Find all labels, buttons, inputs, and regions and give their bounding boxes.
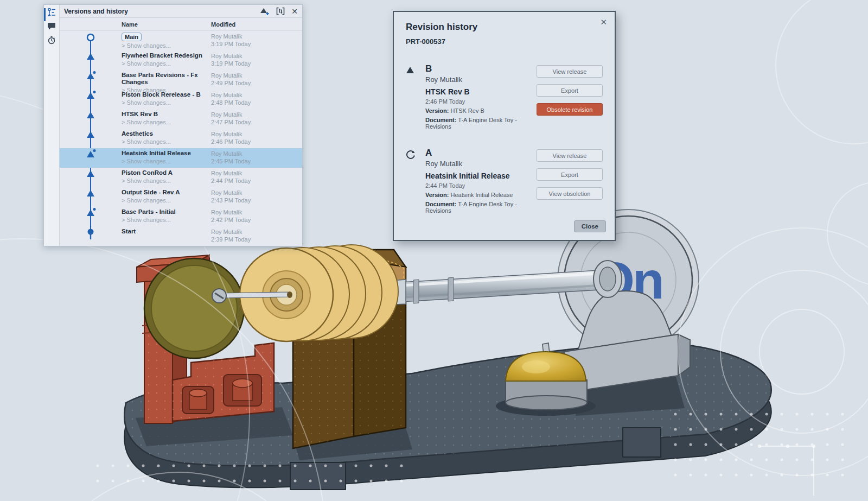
author: Roy Mutalik	[211, 189, 302, 196]
show-changes-link[interactable]: > Show changes...	[122, 217, 211, 224]
revision-letter: B	[425, 64, 537, 74]
start-node-icon	[85, 226, 96, 246]
revision-author: Roy Mutalik	[425, 75, 537, 84]
version-name: Base Parts Revisions - Fx Changes	[122, 72, 211, 86]
show-changes-link[interactable]: > Show changes...	[122, 177, 211, 185]
revision-version-row: Version: Heatsink Initial Release	[425, 192, 537, 198]
version-node-icon	[85, 129, 96, 148]
tree-cell	[60, 168, 122, 187]
version-name: Base Parts - Initial	[122, 208, 211, 215]
modified-cell: Roy Mutalik2:43 PM Today	[211, 187, 302, 204]
export-button[interactable]: Export	[537, 84, 603, 97]
version-dot-node-icon	[85, 70, 96, 90]
modified-time: 2:42 PM Today	[211, 216, 302, 224]
show-changes-link[interactable]: > Show changes...	[122, 42, 211, 49]
version-row[interactable]: Heatsink Initial Release> Show changes..…	[60, 148, 302, 168]
version-row[interactable]: Piston Block Rerelease - B> Show changes…	[60, 90, 302, 109]
modified-time: 2:45 PM Today	[211, 157, 302, 165]
dialog-close-icon[interactable]: ✕	[600, 17, 607, 27]
tree-cell	[60, 90, 122, 109]
version-node-icon	[85, 168, 96, 187]
revision-time: 2:46 PM Today	[425, 98, 537, 105]
modified-cell: Roy Mutalik2:47 PM Today	[211, 109, 302, 126]
version-name: Aesthetics	[122, 130, 211, 137]
modified-cell: Roy Mutalik2:48 PM Today	[211, 90, 302, 106]
version-name: Output Side - Rev A	[122, 189, 211, 196]
revision-version-name: HTSK Rev B	[425, 87, 537, 96]
version-row[interactable]: Flywheel Bracket Redesign> Show changes.…	[60, 50, 302, 70]
column-header-name: Name	[122, 21, 211, 28]
view-obsoletion-button[interactable]: View obsoletion	[537, 187, 603, 200]
obsolete-circle-icon	[406, 150, 416, 160]
compare-icon[interactable]	[276, 7, 285, 15]
modified-time: 2:46 PM Today	[211, 138, 302, 145]
version-dot-node-icon	[85, 90, 96, 109]
show-changes-link[interactable]: > Show changes...	[122, 158, 211, 165]
app-window: On	[0, 0, 868, 501]
revision-list: B Roy Mutalik HTSK Rev B 2:46 PM Today V…	[406, 64, 603, 214]
flywheel	[144, 258, 244, 358]
version-name: Piston ConRod A	[122, 169, 211, 176]
versions-icon[interactable]	[44, 5, 59, 19]
version-row[interactable]: Piston ConRod A> Show changes... Roy Mut…	[60, 168, 302, 187]
version-row[interactable]: Base Parts Revisions - Fx Changes> Show …	[60, 70, 302, 90]
version-row[interactable]: Main> Show changes... Roy Mutalik3:19 PM…	[60, 31, 302, 50]
panel-title: Versions and history	[64, 8, 260, 15]
active-tab-indicator	[44, 8, 46, 21]
modified-cell: Roy Mutalik2:49 PM Today	[211, 70, 302, 87]
modified-cell: Roy Mutalik3:19 PM Today	[211, 50, 302, 67]
modified-cell: Roy Mutalik2:42 PM Today	[211, 207, 302, 224]
workspace-chip[interactable]: Main	[122, 33, 142, 41]
version-dot-node-icon	[85, 148, 96, 168]
versions-panel: Versions and history	[43, 4, 303, 246]
revision-letter: A	[425, 148, 537, 158]
version-node-icon	[85, 50, 96, 70]
modified-cell: Roy Mutalik2:45 PM Today	[211, 148, 302, 165]
revision-document-row: Document: T-A Engine Desk Toy - Revision…	[425, 117, 537, 130]
version-row[interactable]: HTSK Rev B> Show changes... Roy Mutalik2…	[60, 109, 302, 129]
part-number: PRT-000537	[406, 37, 603, 46]
modified-time: 2:48 PM Today	[211, 99, 302, 106]
panel-header: Versions and history	[60, 5, 302, 18]
author: Roy Mutalik	[211, 72, 302, 79]
revision-author: Roy Mutalik	[425, 160, 537, 168]
obsolete-revision-button[interactable]: Obsolete revision	[537, 103, 603, 116]
tree-cell	[60, 70, 122, 90]
version-name: Piston Block Rerelease - B	[122, 91, 211, 98]
workspace-node-icon	[85, 31, 96, 50]
view-release-button[interactable]: View release	[537, 149, 603, 162]
modified-cell: Roy Mutalik2:46 PM Today	[211, 129, 302, 145]
close-panel-icon[interactable]: ✕	[291, 8, 298, 15]
modified-time: 3:19 PM Today	[211, 60, 302, 67]
version-node-icon	[85, 109, 96, 129]
author: Roy Mutalik	[211, 91, 302, 99]
show-changes-link[interactable]: > Show changes...	[122, 60, 211, 67]
version-rows: Main> Show changes... Roy Mutalik3:19 PM…	[60, 31, 302, 246]
author: Roy Mutalik	[211, 169, 302, 177]
revision-time: 2:44 PM Today	[425, 182, 537, 189]
show-changes-link[interactable]: > Show changes...	[122, 99, 211, 106]
modified-time: 3:19 PM Today	[211, 40, 302, 48]
base-foot	[623, 428, 661, 457]
revision-history-dialog: Revision history ✕ PRT-000537 B Roy Muta…	[393, 11, 616, 241]
modified-cell: Roy Mutalik3:19 PM Today	[211, 31, 302, 48]
version-row[interactable]: Aesthetics> Show changes... Roy Mutalik2…	[60, 129, 302, 148]
author: Roy Mutalik	[211, 33, 302, 40]
show-changes-link[interactable]: > Show changes...	[122, 197, 211, 204]
history-icon[interactable]	[44, 33, 59, 47]
show-changes-link[interactable]: > Show changes...	[122, 138, 211, 145]
version-row[interactable]: Output Side - Rev A> Show changes... Roy…	[60, 187, 302, 207]
dialog-close-button[interactable]: Close	[574, 220, 606, 232]
comment-icon[interactable]	[44, 19, 59, 33]
background-decor	[776, 0, 868, 285]
create-version-icon[interactable]	[260, 7, 270, 16]
show-changes-link[interactable]: > Show changes...	[122, 119, 211, 126]
version-row[interactable]: Base Parts - Initial> Show changes... Ro…	[60, 207, 302, 226]
author: Roy Mutalik	[211, 228, 302, 236]
view-release-button[interactable]: View release	[537, 65, 603, 78]
revision-version-row: Version: HTSK Rev B	[425, 107, 537, 114]
export-button[interactable]: Export	[537, 168, 603, 181]
column-header-row: Name Modified	[60, 18, 302, 31]
version-row[interactable]: Start Roy Mutalik2:39 PM Today	[60, 226, 302, 246]
modified-cell: Roy Mutalik2:39 PM Today	[211, 226, 302, 243]
